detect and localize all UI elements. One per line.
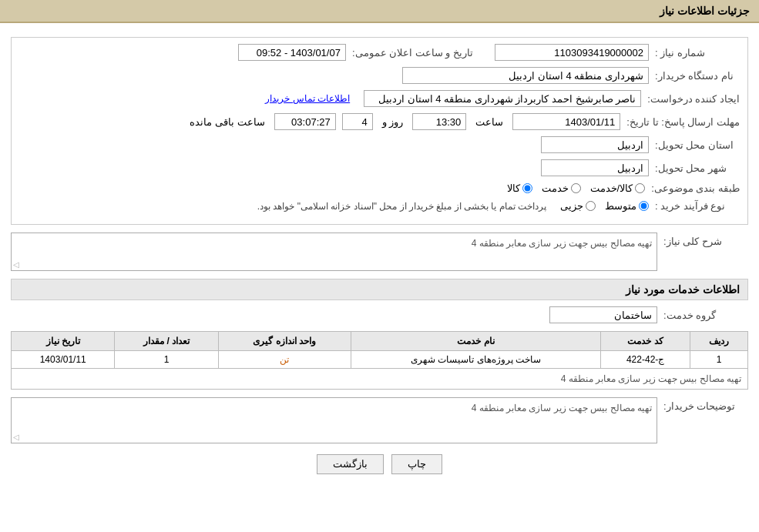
buyer-notes-field: تهیه مصالح بیس جهت زیر سازی معابر منطقه … bbox=[11, 397, 657, 443]
col-header-count: تعداد / مقدار bbox=[115, 332, 218, 351]
creator-label: ایجاد کننده درخواست: bbox=[647, 93, 740, 105]
delivery-city-field: اردبیل bbox=[541, 159, 649, 176]
description-label: شرح کلی نیاز: bbox=[663, 233, 748, 247]
buyer-name-field: شهرداری منطقه 4 استان اردبیل bbox=[402, 67, 649, 84]
group-label: گروه خدمت: bbox=[663, 309, 748, 321]
process-label: نوع فرآیند خرید : bbox=[655, 200, 740, 212]
need-number-label: شماره نیاز : bbox=[655, 47, 740, 59]
delivery-province-label: استان محل تحویل: bbox=[655, 139, 740, 151]
contact-link[interactable]: اطلاعات تماس خریدار bbox=[265, 93, 350, 104]
col-header-name: نام خدمت bbox=[351, 332, 600, 351]
back-button[interactable]: بازگشت bbox=[317, 454, 384, 474]
page-title: جزئیات اطلاعات نیاز bbox=[660, 5, 750, 17]
cell-unit: تن bbox=[218, 351, 351, 369]
announce-date-label: تاریخ و ساعت اعلان عمومی: bbox=[352, 47, 473, 59]
page-header: جزئیات اطلاعات نیاز bbox=[0, 0, 759, 23]
days-label: روز و bbox=[382, 116, 404, 128]
table-row: 1 ج-42-422 ساخت پروژه‌های تاسیسات شهری ت… bbox=[12, 351, 748, 369]
print-button[interactable]: چاپ bbox=[391, 454, 442, 474]
process-radio-group: متوسط جزیی bbox=[560, 200, 649, 212]
col-header-date: تاریخ نیاز bbox=[12, 332, 115, 351]
delivery-province-field: اردبیل bbox=[541, 136, 649, 153]
col-header-unit: واحد اندازه گیری bbox=[218, 332, 351, 351]
creator-field: ناصر صابرشیخ احمد کاربرداز شهرداری منطقه… bbox=[364, 90, 641, 107]
buyer-notes-label: توضیحات خریدار: bbox=[663, 397, 748, 412]
services-section-title: اطلاعات خدمات مورد نیاز bbox=[11, 279, 748, 300]
process-note: پرداخت تمام یا بخشی از مبلغ خریدار از مح… bbox=[257, 201, 546, 212]
process-option-motavasset[interactable]: متوسط bbox=[605, 200, 649, 212]
cell-date: 1403/01/11 bbox=[12, 351, 115, 369]
cell-name: ساخت پروژه‌های تاسیسات شهری bbox=[351, 351, 600, 369]
deadline-time-field: 13:30 bbox=[412, 113, 466, 130]
category-option-khedmat[interactable]: خدمت bbox=[542, 182, 581, 194]
group-field: ساختمان bbox=[549, 306, 657, 323]
category-label: طبقه بندی موضوعی: bbox=[651, 182, 740, 194]
button-row: چاپ بازگشت bbox=[11, 454, 748, 474]
cell-code: ج-42-422 bbox=[601, 351, 690, 369]
col-header-code: کد خدمت bbox=[601, 332, 690, 351]
description-field: تهیه مصالح بیس جهت زیر سازی معابر منطقه … bbox=[11, 233, 657, 271]
deadline-days-field: 4 bbox=[342, 113, 373, 130]
category-radio-group: کالا/خدمت خدمت کالا bbox=[507, 182, 646, 194]
deadline-label: مهلت ارسال پاسخ: تا تاریخ: bbox=[626, 116, 740, 128]
time-label: ساعت bbox=[475, 116, 503, 128]
deadline-date-field: 1403/01/11 bbox=[512, 113, 620, 130]
category-option-kala-khedmat[interactable]: کالا/خدمت bbox=[590, 182, 646, 194]
remaining-label: ساعت باقی مانده bbox=[190, 116, 264, 128]
cell-row: 1 bbox=[690, 351, 748, 369]
need-number-field: 1103093419000002 bbox=[495, 44, 649, 61]
delivery-city-label: شهر محل تحویل: bbox=[655, 162, 740, 174]
services-table: ردیف کد خدمت نام خدمت واحد اندازه گیری ت bbox=[11, 331, 748, 390]
buyer-name-label: نام دستگاه خریدار: bbox=[655, 70, 740, 82]
category-option-kala[interactable]: کالا bbox=[507, 182, 532, 194]
deadline-remaining-field: 03:07:27 bbox=[274, 113, 336, 130]
col-header-row: ردیف bbox=[690, 332, 748, 351]
cell-count: 1 bbox=[115, 351, 218, 369]
announce-date-field: 1403/01/07 - 09:52 bbox=[238, 44, 346, 61]
table-desc-row: تهیه مصالح بیس جهت زیر سازی معابر منطقه … bbox=[12, 369, 748, 390]
process-option-jozi[interactable]: جزیی bbox=[560, 200, 596, 212]
